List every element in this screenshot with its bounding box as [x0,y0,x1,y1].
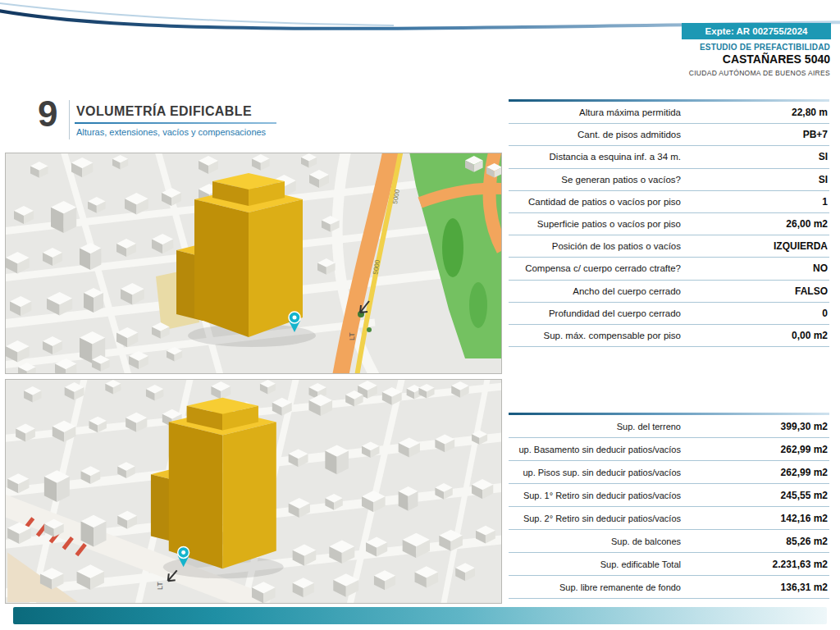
parameter-value: NO [681,262,829,274]
table-row: Profundidad del cuerpo cerrado 0 [509,303,829,325]
surface-label: up. Pisos sup. sin deducir patios/vacíos [509,468,681,477]
parameter-label: Distancia a esquina inf. a 34 m. [509,152,681,162]
surface-value: 245,55 m2 [681,490,829,501]
table-row: Cantidad de patios o vacíos por piso 1 [509,191,829,213]
parameter-label: Altura máxima permitida [509,107,681,117]
parameter-label: Cantidad de patios o vacíos por piso [509,197,681,207]
city-label: CIUDAD AUTÓNOMA DE BUENOS AIRES [689,69,830,77]
table-row: Distancia a esquina inf. a 34 m. SI [509,146,829,168]
parameter-label: Cant. de pisos admitidos [509,130,681,139]
surface-label: Sup. edificable Total [509,559,681,569]
parameter-value: 0,00 m2 [681,330,829,341]
table-row: up. Pisos sup. sin deducir patios/vacíos… [509,461,829,484]
parameters-table: Altura máxima permitida 22,80 m Cant. de… [509,99,829,347]
surface-value: 136,31 m2 [681,582,829,593]
parameter-label: Se generan patios o vacíos? [509,175,681,185]
table-row: Posición de los patios o vacíos IZQUIERD… [509,235,829,258]
parameter-label: Posición de los patios o vacíos [509,241,681,251]
section-title: VOLUMETRÍA EDIFICABLE [76,104,252,119]
surface-label: Sup. libre remanente de fondo [509,582,681,592]
page: Expte: AR 002755/2024 ESTUDIO DE PREFACT… [0,0,840,630]
table-row: Altura máxima permitida 22,80 m [509,102,829,124]
volumetry-map-top: 5000 5000 LT [5,153,502,374]
parameter-label: Compensa c/ cuerpo cerrado ctrafte? [509,263,681,273]
table-row: Compensa c/ cuerpo cerrado ctrafte? NO [509,258,829,280]
parameter-value: 26,00 m2 [681,218,829,230]
footer-gradient-bar [13,607,827,624]
surfaces-table: Sup. del terreno 399,30 m2 up. Basamento… [509,413,829,599]
table-row: Sup. 1° Retiro sin deducir patios/vacíos… [509,484,829,507]
surface-label: Sup. del terreno [509,422,681,431]
surface-label: Sup. 2° Retiro sin deducir patios/vacíos [509,514,681,523]
volumetry-map-bottom: LT [5,379,502,604]
parameter-label: Sup. máx. compensable por piso [509,331,681,340]
table-row: Superficie patios o vacíos por piso 26,0… [509,213,829,235]
tree-icon [367,327,372,332]
surface-value: 142,16 m2 [681,513,829,524]
surface-value: 262,99 m2 [681,467,829,478]
table-row: up. Basamento sin deducir patios/vacíos … [509,438,829,461]
surface-value: 399,30 m2 [681,421,829,432]
parameter-value: SI [681,174,829,185]
address-title: CASTAÑARES 5040 [723,52,830,66]
lt-label: LT [348,332,356,340]
parameter-value: 1 [681,196,829,208]
surface-value: 85,26 m2 [681,536,829,547]
parameter-value: 22,80 m [681,107,829,118]
parameter-value: PB+7 [681,129,829,140]
parameter-label: Ancho del cuerpo cerrado [509,286,681,296]
parameter-label: Profundidad del cuerpo cerrado [509,308,681,318]
section-underline [75,122,276,124]
table-row: Se generan patios o vacíos? SI [509,169,829,191]
study-type-label: ESTUDIO DE PREFACTIBILIDAD [700,43,830,52]
surface-label: up. Basamento sin deducir patios/vacíos [509,445,681,454]
table-row: Sup. máx. compensable por piso 0,00 m2 [509,325,829,347]
parameter-label: Superficie patios o vacíos por piso [509,219,681,229]
expedient-badge: Expte: AR 002755/2024 [682,23,831,39]
table-row: Sup. de balcones 85,26 m2 [509,530,829,553]
table-row: Sup. edificable Total 2.231,63 m2 [509,553,829,576]
surface-label: Sup. 1° Retiro sin deducir patios/vacíos [509,491,681,500]
parameter-value: 0 [681,308,829,319]
section-number: 9 [38,96,57,132]
surface-value: 2.231,63 m2 [681,559,829,570]
surface-value: 262,99 m2 [681,444,829,455]
lt-label: LT [156,582,164,590]
table-row: Sup. 2° Retiro sin deducir patios/vacíos… [509,507,829,530]
section-subtitle: Alturas, extensiones, vacíos y compensac… [76,127,266,137]
table-row: Sup. del terreno 399,30 m2 [509,415,829,438]
table-row: Ancho del cuerpo cerrado FALSO [509,281,829,303]
parameter-value: FALSO [681,285,829,297]
section-divider [69,100,70,139]
parameter-value: IZQUIERDA [681,240,829,252]
parameter-value: SI [681,151,829,162]
table-row: Cant. de pisos admitidos PB+7 [509,124,829,146]
table-row: Sup. libre remanente de fondo 136,31 m2 [509,576,829,599]
surface-label: Sup. de balcones [509,536,681,546]
highlighted-building-volume [151,398,284,578]
